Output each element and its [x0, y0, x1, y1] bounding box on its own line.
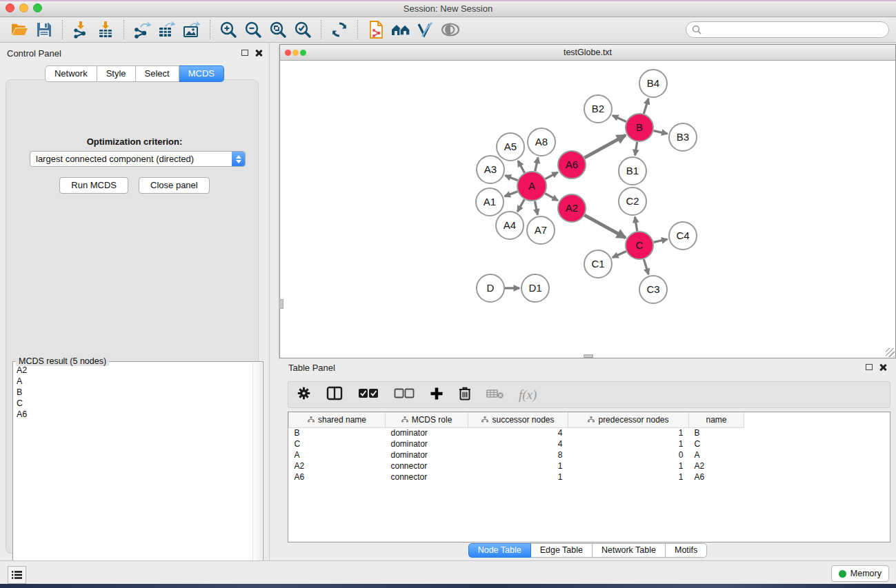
graph-node-A2[interactable]: A2: [558, 194, 586, 222]
table-cell[interactable]: B: [689, 427, 744, 438]
graph-edge-A-A6[interactable]: [545, 172, 557, 179]
graph-node-B1[interactable]: B1: [619, 157, 646, 185]
graph-edge-C-C4[interactable]: [653, 239, 667, 242]
table-row[interactable]: Adominator80A: [289, 449, 744, 460]
tab-select[interactable]: Select: [136, 65, 179, 82]
close-table-panel-icon[interactable]: [879, 363, 886, 371]
float-panel-icon[interactable]: [241, 50, 248, 56]
table-cell[interactable]: 8: [468, 449, 568, 460]
mcds-result-scrollbar[interactable]: [252, 363, 262, 588]
table-cell[interactable]: C: [289, 438, 386, 449]
export-table-icon[interactable]: [157, 19, 177, 40]
memory-button[interactable]: Memory: [831, 565, 889, 582]
table-cell[interactable]: 1: [568, 438, 689, 449]
open-session-icon[interactable]: [9, 19, 30, 40]
graph-node-C[interactable]: C: [626, 232, 653, 259]
table-cell[interactable]: 1: [468, 460, 568, 472]
graph-node-A4[interactable]: A4: [496, 212, 524, 239]
add-column-icon[interactable]: [430, 387, 444, 403]
close-panel-icon[interactable]: [255, 49, 262, 57]
column-header-shared-name[interactable]: shared name: [289, 412, 386, 427]
table-cell[interactable]: dominator: [386, 449, 468, 460]
table-cell[interactable]: B: [289, 427, 386, 438]
table-cell[interactable]: dominator: [386, 427, 468, 438]
search-field[interactable]: [686, 21, 889, 38]
table-cell[interactable]: 4: [468, 427, 568, 438]
run-mcds-button[interactable]: Run MCDS: [59, 177, 128, 194]
graph-node-C3[interactable]: C3: [639, 276, 667, 303]
delete-table-icon[interactable]: [486, 388, 504, 402]
hide-annotations-icon[interactable]: [415, 19, 436, 40]
network-window-titlebar[interactable]: testGlobe.txt: [280, 45, 895, 61]
table-cell[interactable]: connector: [386, 472, 468, 483]
export-network-icon[interactable]: [132, 19, 152, 40]
table-cell[interactable]: A2: [289, 460, 386, 472]
graph-node-A6[interactable]: A6: [558, 151, 586, 179]
column-header-predecessor-nodes[interactable]: predecessor nodes: [568, 412, 689, 427]
graph-edge-B-B3[interactable]: [653, 131, 667, 134]
graph-edge-C-C3[interactable]: [644, 259, 648, 274]
task-history-button[interactable]: [8, 566, 26, 584]
graph-edge-A-A2[interactable]: [545, 194, 558, 201]
table-cell[interactable]: 0: [568, 449, 689, 460]
graph-node-B2[interactable]: B2: [584, 95, 612, 123]
graph-node-A[interactable]: A: [517, 172, 546, 201]
show-all-windows-icon[interactable]: [390, 19, 411, 40]
graph-edge-B-B4[interactable]: [644, 99, 648, 114]
graph-edge-A-A3[interactable]: [505, 176, 517, 181]
graph-node-D1[interactable]: D1: [521, 274, 549, 302]
graph-node-A5[interactable]: A5: [497, 133, 524, 161]
table-settings-gear-icon[interactable]: [297, 386, 311, 403]
table-row[interactable]: A6connector11A6: [289, 472, 744, 483]
refresh-icon[interactable]: [329, 19, 350, 40]
float-table-panel-icon[interactable]: [866, 364, 873, 370]
delete-column-trash-icon[interactable]: [459, 386, 471, 403]
graph-edge-A-A4[interactable]: [517, 199, 524, 212]
column-header-name[interactable]: name: [689, 412, 744, 427]
zoom-in-icon[interactable]: [218, 19, 239, 40]
close-panel-button[interactable]: Close panel: [139, 177, 210, 194]
tab-style[interactable]: Style: [97, 65, 136, 82]
table-row[interactable]: Cdominator41C: [289, 438, 744, 449]
search-input[interactable]: [705, 25, 888, 34]
graph-edge-A-A7[interactable]: [535, 201, 537, 215]
graph-edge-B-B1[interactable]: [635, 142, 637, 156]
table-cell[interactable]: dominator: [386, 438, 468, 449]
table-cell[interactable]: 1: [568, 427, 689, 438]
table-cell[interactable]: A: [289, 449, 386, 460]
deselect-all-checkboxes-icon[interactable]: [394, 388, 415, 401]
tab-motifs[interactable]: Motifs: [666, 543, 707, 558]
graph-edge-A6-B[interactable]: [584, 135, 625, 158]
select-all-checkboxes-icon[interactable]: [358, 388, 379, 401]
graph-node-C1[interactable]: C1: [584, 250, 612, 278]
mcds-result-item[interactable]: A6: [14, 410, 252, 421]
zoom-out-icon[interactable]: [243, 19, 263, 40]
table-cell[interactable]: A2: [689, 460, 744, 472]
zoom-selected-icon[interactable]: [292, 19, 313, 40]
graph-edge-B-B2[interactable]: [613, 115, 626, 121]
show-graphics-details-icon[interactable]: [440, 19, 461, 40]
network-window-resize-grip[interactable]: [886, 348, 895, 357]
mcds-result-item[interactable]: C: [14, 399, 252, 410]
table-cell[interactable]: 4: [468, 438, 568, 449]
table-cell[interactable]: A6: [689, 472, 744, 483]
zoom-fit-icon[interactable]: [268, 19, 288, 40]
function-builder-icon[interactable]: f(x): [519, 387, 537, 403]
mcds-result-item[interactable]: A2: [14, 366, 252, 377]
graph-node-B[interactable]: B: [626, 114, 653, 141]
mcds-result-item[interactable]: B: [14, 388, 252, 399]
import-table-icon[interactable]: [95, 19, 116, 40]
tab-network-table[interactable]: Network Table: [593, 543, 666, 558]
column-header-MCDS-role[interactable]: MCDS role: [386, 412, 468, 427]
graph-edge-C-C1[interactable]: [613, 252, 626, 258]
tab-edge-table[interactable]: Edge Table: [531, 543, 593, 558]
tab-mcds[interactable]: MCDS: [179, 65, 224, 82]
table-row[interactable]: A2connector11A2: [289, 460, 744, 472]
new-session-from-network-icon[interactable]: [366, 19, 386, 40]
criterion-dropdown[interactable]: largest connected component (directed): [30, 151, 246, 167]
table-cell[interactable]: A: [689, 449, 744, 460]
mcds-result-item[interactable]: A: [14, 377, 252, 388]
export-image-icon[interactable]: [181, 19, 202, 40]
table-cell[interactable]: connector: [386, 460, 468, 472]
import-network-icon[interactable]: [70, 19, 91, 40]
